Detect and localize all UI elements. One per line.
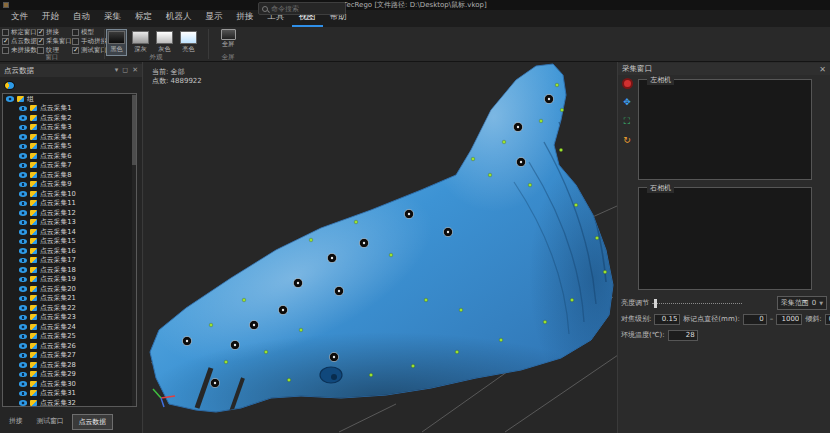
rotate-icon[interactable]: ↻ bbox=[622, 135, 633, 146]
tree-item[interactable]: 点云采集15 bbox=[3, 237, 136, 247]
tree-item[interactable]: 点云采集8 bbox=[3, 170, 136, 180]
panel-tab[interactable]: 点云数据 bbox=[72, 414, 113, 430]
checkbox-icon[interactable] bbox=[2, 29, 9, 36]
tree-item[interactable]: 点云采集17 bbox=[3, 256, 136, 266]
capture-range-dropdown[interactable]: 采集范围 0 ▼ bbox=[777, 296, 827, 310]
tree-item[interactable]: 点云采集21 bbox=[3, 294, 136, 304]
show-all-icon[interactable] bbox=[4, 81, 15, 90]
tree-item[interactable]: 点云采集25 bbox=[3, 332, 136, 342]
menu-item[interactable]: 拼接 bbox=[230, 8, 261, 27]
visibility-eye-icon[interactable] bbox=[19, 144, 27, 150]
tree-item[interactable]: 点云采集32 bbox=[3, 398, 136, 407]
theme-swatch[interactable]: 深灰 bbox=[130, 29, 151, 56]
visibility-eye-icon[interactable] bbox=[19, 191, 27, 197]
visibility-eye-icon[interactable] bbox=[19, 239, 27, 245]
visibility-eye-icon[interactable] bbox=[19, 248, 27, 254]
tree-item[interactable]: 点云采集20 bbox=[3, 284, 136, 294]
fit-view-icon[interactable]: ⛶ bbox=[622, 116, 633, 127]
visibility-eye-icon[interactable] bbox=[19, 305, 27, 311]
menu-item[interactable]: 自动 bbox=[66, 8, 97, 27]
record-icon[interactable] bbox=[622, 78, 633, 89]
panel-dropdown-icon[interactable]: ▾ bbox=[115, 64, 119, 77]
tree-root[interactable]: 组 bbox=[3, 94, 136, 104]
tree-item[interactable]: 点云采集31 bbox=[3, 389, 136, 399]
visibility-eye-icon[interactable] bbox=[19, 125, 27, 131]
tree-item[interactable]: 点云采集18 bbox=[3, 265, 136, 275]
tree-item[interactable]: 点云采集6 bbox=[3, 151, 136, 161]
visibility-eye-icon[interactable] bbox=[19, 343, 27, 349]
fullscreen-button[interactable]: 全屏 bbox=[221, 28, 236, 49]
tilt-dropdown[interactable]: 0 ▼ bbox=[825, 314, 830, 325]
marker-diameter-min-field[interactable] bbox=[743, 314, 767, 325]
search-input[interactable] bbox=[271, 5, 342, 12]
visibility-eye-icon[interactable] bbox=[19, 201, 27, 207]
tree-item[interactable]: 点云采集9 bbox=[3, 180, 136, 190]
brightness-slider[interactable] bbox=[652, 299, 742, 308]
3d-viewport[interactable]: 当前: 全部 点数: 4889922 bbox=[144, 62, 617, 433]
tree-item[interactable]: 点云采集23 bbox=[3, 313, 136, 323]
panel-tab[interactable]: 拼接 bbox=[3, 414, 29, 430]
window-toggle[interactable]: 采集窗口 bbox=[37, 37, 70, 46]
window-toggle[interactable]: 标定窗口 bbox=[2, 28, 35, 37]
tree-item[interactable]: 点云采集12 bbox=[3, 208, 136, 218]
visibility-eye-icon[interactable] bbox=[19, 267, 27, 273]
theme-swatch[interactable]: 亮色 bbox=[178, 29, 199, 56]
theme-swatch[interactable]: 灰色 bbox=[154, 29, 175, 56]
visibility-eye-icon[interactable] bbox=[19, 353, 27, 359]
checkbox-icon[interactable] bbox=[72, 29, 79, 36]
checkbox-checked-icon[interactable] bbox=[37, 38, 44, 45]
visibility-eye-icon[interactable] bbox=[19, 400, 27, 406]
panel-float-icon[interactable]: ◻ bbox=[122, 64, 128, 77]
visibility-eye-icon[interactable] bbox=[19, 277, 27, 283]
visibility-eye-icon[interactable] bbox=[19, 372, 27, 378]
window-toggle[interactable]: 手动拼接 bbox=[72, 37, 105, 46]
tree-item[interactable]: 点云采集24 bbox=[3, 322, 136, 332]
visibility-eye-icon[interactable] bbox=[19, 334, 27, 340]
visibility-eye-icon[interactable] bbox=[6, 96, 14, 102]
visibility-eye-icon[interactable] bbox=[19, 163, 27, 169]
visibility-eye-icon[interactable] bbox=[19, 134, 27, 140]
tree-item[interactable]: 点云采集26 bbox=[3, 341, 136, 351]
visibility-eye-icon[interactable] bbox=[19, 315, 27, 321]
visibility-eye-icon[interactable] bbox=[19, 172, 27, 178]
visibility-eye-icon[interactable] bbox=[19, 286, 27, 292]
tree-item[interactable]: 点云采集16 bbox=[3, 246, 136, 256]
visibility-eye-icon[interactable] bbox=[19, 381, 27, 387]
visibility-eye-icon[interactable] bbox=[19, 258, 27, 264]
panel-tab[interactable]: 测试窗口 bbox=[31, 414, 70, 430]
menu-item[interactable]: 采集 bbox=[97, 8, 128, 27]
checkbox-checked-icon[interactable] bbox=[2, 38, 9, 45]
visibility-eye-icon[interactable] bbox=[19, 362, 27, 368]
visibility-eye-icon[interactable] bbox=[19, 153, 27, 159]
visibility-eye-icon[interactable] bbox=[19, 229, 27, 235]
tree-item[interactable]: 点云采集27 bbox=[3, 351, 136, 361]
visibility-eye-icon[interactable] bbox=[19, 210, 27, 216]
menu-item[interactable]: 标定 bbox=[128, 8, 159, 27]
theme-swatch[interactable]: 黑色 bbox=[106, 29, 127, 56]
command-search[interactable] bbox=[258, 2, 346, 15]
window-toggle[interactable]: 点云数据 bbox=[2, 37, 35, 46]
menu-item[interactable]: 开始 bbox=[35, 8, 66, 27]
visibility-eye-icon[interactable] bbox=[19, 324, 27, 330]
menu-item[interactable]: 机器人 bbox=[159, 8, 199, 27]
focus-level-field[interactable] bbox=[654, 314, 680, 325]
window-toggle[interactable]: 模型 bbox=[72, 28, 105, 37]
slider-thumb[interactable] bbox=[654, 299, 657, 308]
visibility-eye-icon[interactable] bbox=[19, 391, 27, 397]
tree-item[interactable]: 点云采集5 bbox=[3, 142, 136, 152]
checkbox-checked-icon[interactable] bbox=[37, 29, 44, 36]
tree-item[interactable]: 点云采集11 bbox=[3, 199, 136, 209]
tree-item[interactable]: 点云采集10 bbox=[3, 189, 136, 199]
marker-diameter-max-field[interactable] bbox=[776, 314, 802, 325]
tree-item[interactable]: 点云采集30 bbox=[3, 379, 136, 389]
tree-item[interactable]: 点云采集14 bbox=[3, 227, 136, 237]
tree-item[interactable]: 点云采集7 bbox=[3, 161, 136, 171]
tree-scrollbar[interactable] bbox=[132, 94, 136, 406]
window-toggle[interactable]: 拼接 bbox=[37, 28, 70, 37]
visibility-eye-icon[interactable] bbox=[19, 115, 27, 121]
visibility-eye-icon[interactable] bbox=[19, 182, 27, 188]
checkbox-icon[interactable] bbox=[72, 38, 79, 45]
tree-item[interactable]: 点云采集19 bbox=[3, 275, 136, 285]
tree-item[interactable]: 点云采集4 bbox=[3, 132, 136, 142]
tree-item[interactable]: 点云采集28 bbox=[3, 360, 136, 370]
